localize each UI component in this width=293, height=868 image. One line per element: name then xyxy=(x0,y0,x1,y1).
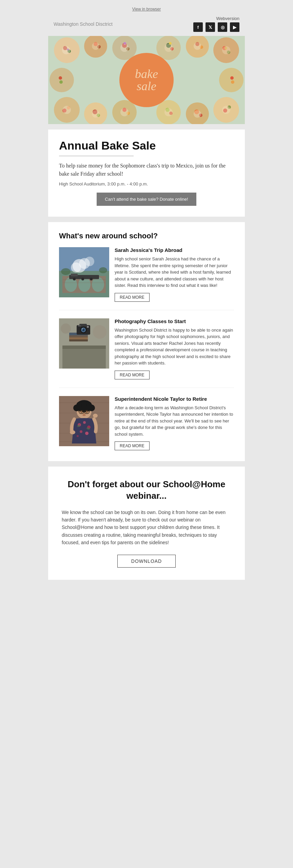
svg-point-111 xyxy=(81,401,87,406)
news-section-title: What's new around school? xyxy=(59,232,234,240)
news-item-title-super: Superintendent Nicole Taylor to Retire xyxy=(115,396,234,402)
read-more-trip[interactable]: READ MORE xyxy=(115,293,150,302)
svg-point-71 xyxy=(71,262,81,273)
svg-point-57 xyxy=(194,110,201,118)
svg-point-129 xyxy=(70,430,75,434)
bake-sale-title: Annual Bake Sale xyxy=(59,139,234,152)
svg-point-43 xyxy=(59,76,62,80)
bake-line1: bake xyxy=(135,68,158,80)
svg-point-46 xyxy=(231,80,234,84)
svg-point-110 xyxy=(86,402,92,407)
news-thumb-trip xyxy=(59,247,109,297)
webinar-title: Don't forget about our School@Home webin… xyxy=(62,479,231,502)
webinar-card: Don't forget about our School@Home webin… xyxy=(48,467,245,580)
read-more-super[interactable]: READ MORE xyxy=(115,441,150,450)
bake-sale-circle: bake sale xyxy=(119,53,174,107)
read-more-photo[interactable]: READ MORE xyxy=(115,371,150,379)
svg-point-77 xyxy=(61,268,71,275)
webversion-label: Webversion xyxy=(216,16,239,21)
svg-point-48 xyxy=(92,42,99,50)
svg-point-76 xyxy=(90,278,93,280)
instagram-icon[interactable]: ◎ xyxy=(218,22,227,32)
svg-rect-82 xyxy=(62,346,106,349)
facebook-icon[interactable]: f xyxy=(193,22,203,32)
svg-point-75 xyxy=(81,278,84,280)
svg-point-112 xyxy=(80,411,82,413)
svg-point-113 xyxy=(86,411,88,413)
top-bar: View in browser xyxy=(48,3,245,13)
svg-point-44 xyxy=(59,80,63,84)
news-content-photo: Photography Classes to Start Washington … xyxy=(115,318,234,379)
svg-point-93 xyxy=(87,326,89,328)
svg-point-58 xyxy=(222,106,230,114)
news-item-super: Superintendent Nicole Taylor to Retire A… xyxy=(59,396,234,451)
svg-point-122 xyxy=(83,421,86,424)
svg-point-49 xyxy=(120,44,129,52)
news-content-trip: Sarah Jessica's Trip Abroad High school … xyxy=(115,247,234,302)
svg-point-95 xyxy=(82,328,83,330)
svg-point-130 xyxy=(93,414,98,418)
svg-point-126 xyxy=(77,435,79,437)
news-thumb-super xyxy=(59,396,109,446)
email-header: Washington School Disctrict Webversion f… xyxy=(48,13,245,36)
svg-point-96 xyxy=(93,325,106,339)
bake-sale-card: Annual Bake Sale To help raise money for… xyxy=(48,130,245,217)
svg-point-13 xyxy=(50,68,74,92)
svg-line-120 xyxy=(89,411,90,411)
svg-point-74 xyxy=(73,278,76,280)
bake-sale-body: To help raise money for the Sophomore cl… xyxy=(59,162,234,178)
svg-rect-81 xyxy=(62,347,106,369)
svg-line-119 xyxy=(78,411,79,411)
svg-point-52 xyxy=(222,46,230,54)
bake-sale-detail: High School Auditorium, 3:00 p.m. - 4:00… xyxy=(59,181,234,186)
svg-rect-73 xyxy=(71,274,78,276)
svg-point-124 xyxy=(80,430,82,433)
svg-point-47 xyxy=(62,46,70,54)
youtube-icon[interactable]: ▶ xyxy=(230,22,239,32)
svg-point-56 xyxy=(164,108,173,116)
svg-point-14 xyxy=(219,68,243,92)
news-thumb-photo xyxy=(59,318,109,369)
svg-point-55 xyxy=(120,108,129,116)
news-item-body-trip: High school senior Sarah Jessica had the… xyxy=(115,256,234,289)
svg-point-125 xyxy=(85,432,89,435)
news-item-title-trip: Sarah Jessica's Trip Abroad xyxy=(115,247,234,253)
twitter-icon[interactable]: 𝕏 xyxy=(206,22,215,32)
news-item-photo: Photography Classes to Start Washington … xyxy=(59,318,234,388)
svg-point-51 xyxy=(194,42,201,50)
svg-point-50 xyxy=(164,44,173,52)
svg-rect-94 xyxy=(78,325,81,327)
svg-point-53 xyxy=(63,106,71,114)
news-item-body-photo: Washington School District is happy to b… xyxy=(115,327,234,367)
svg-point-54 xyxy=(92,110,99,118)
news-card: What's new around school? xyxy=(48,222,245,461)
svg-point-97 xyxy=(61,323,71,334)
header-right: Webversion f 𝕏 ◎ ▶ xyxy=(193,16,239,32)
news-item-title-photo: Photography Classes to Start xyxy=(115,318,234,324)
svg-point-78 xyxy=(99,267,107,273)
svg-point-45 xyxy=(230,76,234,80)
svg-point-109 xyxy=(77,402,82,407)
view-in-browser-link[interactable]: View in browser xyxy=(132,7,161,12)
svg-point-92 xyxy=(83,329,84,331)
news-item-trip: Sarah Jessica's Trip Abroad High school … xyxy=(59,247,234,310)
svg-point-70 xyxy=(85,257,94,266)
webinar-body: We know the school can be tough on its o… xyxy=(62,509,231,547)
download-button[interactable]: DOWNLOAD xyxy=(117,555,176,568)
social-icons-group: f 𝕏 ◎ ▶ xyxy=(193,22,239,32)
school-name: Washington School Disctrict xyxy=(54,21,113,27)
news-content-super: Superintendent Nicole Taylor to Retire A… xyxy=(115,396,234,451)
hero-image: bake sale xyxy=(48,36,245,124)
donate-button[interactable]: Can't attend the bake sale? Donate onlin… xyxy=(97,193,196,206)
card-divider xyxy=(59,156,134,156)
bake-line2: sale xyxy=(137,80,156,92)
news-item-body-super: After a decade-long term as Washington S… xyxy=(115,405,234,438)
